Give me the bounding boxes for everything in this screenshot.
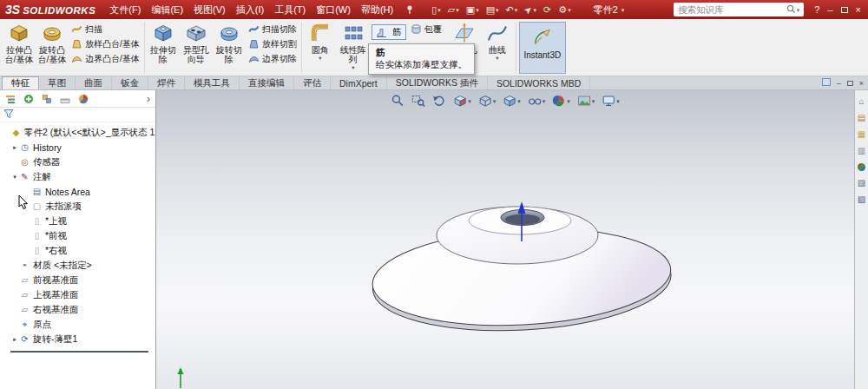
tab-surfaces[interactable]: 曲面 [76,76,112,89]
tab-sheet-metal[interactable]: 钣金 [112,76,148,89]
button-label: 放样切割 [262,38,297,50]
menu-window[interactable]: 窗口(W) [311,1,356,19]
print-button[interactable]: ▤▾ [483,5,503,15]
chevron-down-icon: ▾ [616,98,620,104]
filter-icon[interactable] [3,109,14,121]
tree-item-sensors[interactable]: ◎ 传感器 [0,155,155,169]
tab-weldments[interactable]: 焊件 [148,76,185,89]
custom-properties-icon[interactable]: ▨ [858,179,865,188]
help-button[interactable]: ? [814,5,819,15]
extruded-boss-base-button[interactable]: 拉伸凸 台/基体 [3,20,36,76]
rib-button[interactable]: 筋 [372,24,406,40]
boundary-cut-button[interactable]: 边界切除 [246,51,299,66]
file-explorer-icon[interactable]: ▦ [858,130,865,139]
hide-show-items-button[interactable]: ▾ [527,93,547,109]
tree-item-part[interactable]: ◆ 零件2 (默认<<默认>_显示状态 1>) [0,125,155,140]
expander[interactable]: ▾ [10,174,19,181]
display-style-button[interactable]: ▾ [502,93,522,109]
restore-button[interactable] [841,7,848,13]
tab-mold-tools[interactable]: 模具工具 [185,76,240,89]
revolved-cut-button[interactable]: 旋转切 除 [213,20,246,76]
document-title[interactable]: 零件2 ▾ [594,3,625,16]
view-palette-icon[interactable]: ▥ [858,147,865,155]
expander[interactable]: ▸ [10,144,19,151]
document-restore-icon[interactable] [847,81,853,86]
tree-item-right-view[interactable]: ▯ *右视 [0,243,155,258]
undo-button[interactable]: ↶▾ [503,5,522,15]
tree-item-annotations[interactable]: ▾ ✎ 注解 [0,169,155,184]
options-button[interactable]: ⚙▾ [555,5,574,15]
tab-features[interactable]: 特征 [2,76,39,89]
resources-home-icon[interactable]: ⌂ [858,97,864,106]
forum-icon[interactable]: ▧ [858,195,865,204]
edit-appearance-button[interactable]: ▾ [551,93,571,109]
tab-sketch[interactable]: 草图 [39,76,76,89]
tree-item-origin[interactable]: ⌖ 原点 [0,317,155,332]
pin-icon[interactable] [405,4,414,15]
view-orientation-button[interactable]: ▾ [477,93,497,109]
tab-evaluate[interactable]: 评估 [294,76,331,89]
select-button[interactable]: ➤▾ [521,5,540,15]
menu-help[interactable]: 帮助(H) [356,1,398,19]
feature-manager-tab[interactable] [5,94,16,104]
search-input[interactable] [678,4,786,15]
model-3d[interactable] [156,90,854,389]
lofted-boss-base-button[interactable]: 放样凸台/基体 [69,36,142,51]
zoom-to-fit-button[interactable] [390,93,405,109]
tree-item-right-plane[interactable]: ▱ 右视基准面 [0,302,155,317]
dimxpert-manager-tab[interactable] [60,94,70,104]
linear-pattern-button[interactable]: 线性阵 列 ▾ [337,20,370,76]
menu-edit[interactable]: 编辑(E) [146,1,188,19]
menu-file[interactable]: 文件(F) [104,1,146,19]
search-icon[interactable] [786,4,796,16]
tree-item-material[interactable]: ◓ 材质 <未指定> [0,258,155,273]
display-manager-tab[interactable] [78,94,89,104]
wrap-button[interactable]: 包覆 [408,22,448,36]
property-manager-tab[interactable] [23,94,34,104]
boundary-boss-base-button[interactable]: 边界凸台/基体 [69,51,142,66]
expander[interactable]: ▸ [10,336,19,343]
design-library-icon[interactable]: ▤ [858,114,865,122]
open-button[interactable]: ▱▾ [444,5,463,15]
previous-view-button[interactable] [431,93,447,109]
section-view-button[interactable]: ▾ [452,93,472,109]
viewport-layout-icon[interactable] [822,78,831,88]
apply-scene-button[interactable]: ▾ [576,93,596,109]
close-button[interactable]: × [856,5,861,15]
rollback-bar[interactable] [10,351,148,353]
minimize-button[interactable]: – [827,5,832,15]
panel-expand-chevron[interactable]: › [147,94,150,104]
zoom-to-area-button[interactable] [411,93,426,109]
appearances-scenes-icon[interactable] [858,163,865,171]
tree-item-top-plane[interactable]: ▱ 上视基准面 [0,287,155,302]
new-document-button[interactable]: ▯▾ [428,5,444,15]
menu-view[interactable]: 视图(V) [188,1,231,19]
document-minimize-icon[interactable]: – [837,79,841,88]
revolved-boss-base-button[interactable]: 旋转凸 台/基体 [36,20,69,76]
swept-boss-button[interactable]: 扫描 [69,22,142,36]
tab-solidworks-addins[interactable]: SOLIDWORKS 插件 [387,76,488,89]
fillet-button[interactable]: 圆角 ▾ [304,20,337,76]
graphics-area[interactable]: ▾ ▾ ▾ ▾ ▾ [156,90,854,389]
extruded-cut-button[interactable]: 拉伸切 除 [147,20,180,76]
hole-wizard-button[interactable]: 异型孔 向导 [180,20,213,76]
menu-tools[interactable]: 工具(T) [269,1,311,19]
tree-item-front-view[interactable]: ▯ *前视 [0,228,155,243]
instant3d-toggle[interactable]: Instant3D [519,22,566,74]
tree-item-history[interactable]: ▸ ◷ History [0,140,155,155]
rebuild-button[interactable]: ⟳ [540,5,555,15]
document-close-icon[interactable]: × [859,79,864,88]
curves-button[interactable]: 曲线 ▾ [481,20,514,76]
tree-item-top-view[interactable]: ▯ *上视 [0,214,155,228]
tree-item-revolve-thin1[interactable]: ▸ ⟳ 旋转-薄壁1 [0,332,155,346]
swept-cut-button[interactable]: 扫描切除 [246,22,299,36]
configuration-manager-tab[interactable] [42,94,52,104]
lofted-cut-button[interactable]: 放样切割 [246,36,299,51]
tab-solidworks-mbd[interactable]: SOLIDWORKS MBD [488,76,590,89]
menu-insert[interactable]: 插入(I) [231,1,269,19]
save-button[interactable]: ▣▾ [463,5,483,15]
tab-dimxpert[interactable]: DimXpert [331,76,387,89]
tree-item-front-plane[interactable]: ▱ 前视基准面 [0,273,155,287]
tab-direct-editing[interactable]: 直接编辑 [240,76,294,89]
view-settings-button[interactable]: ▾ [601,93,621,109]
